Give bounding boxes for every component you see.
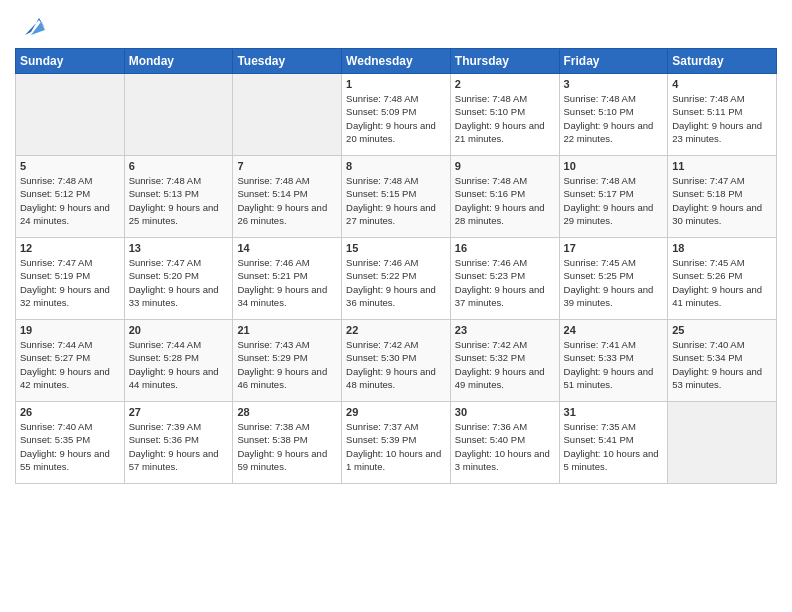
day-number: 21 [237,324,337,336]
page: SundayMondayTuesdayWednesdayThursdayFrid… [0,0,792,494]
day-number: 31 [564,406,664,418]
day-info: Sunrise: 7:37 AMSunset: 5:39 PMDaylight:… [346,420,446,473]
day-cell: 10Sunrise: 7:48 AMSunset: 5:17 PMDayligh… [559,156,668,238]
day-number: 20 [129,324,229,336]
day-number: 14 [237,242,337,254]
day-number: 30 [455,406,555,418]
day-info: Sunrise: 7:42 AMSunset: 5:30 PMDaylight:… [346,338,446,391]
day-info: Sunrise: 7:48 AMSunset: 5:10 PMDaylight:… [564,92,664,145]
day-info: Sunrise: 7:43 AMSunset: 5:29 PMDaylight:… [237,338,337,391]
day-number: 27 [129,406,229,418]
day-number: 22 [346,324,446,336]
week-row: 1Sunrise: 7:48 AMSunset: 5:09 PMDaylight… [16,74,777,156]
day-cell: 6Sunrise: 7:48 AMSunset: 5:13 PMDaylight… [124,156,233,238]
header-cell: Thursday [450,49,559,74]
day-info: Sunrise: 7:42 AMSunset: 5:32 PMDaylight:… [455,338,555,391]
day-cell: 2Sunrise: 7:48 AMSunset: 5:10 PMDaylight… [450,74,559,156]
day-number: 2 [455,78,555,90]
day-cell: 8Sunrise: 7:48 AMSunset: 5:15 PMDaylight… [342,156,451,238]
day-info: Sunrise: 7:48 AMSunset: 5:13 PMDaylight:… [129,174,229,227]
day-info: Sunrise: 7:45 AMSunset: 5:25 PMDaylight:… [564,256,664,309]
day-number: 9 [455,160,555,172]
day-info: Sunrise: 7:44 AMSunset: 5:28 PMDaylight:… [129,338,229,391]
day-number: 23 [455,324,555,336]
day-info: Sunrise: 7:40 AMSunset: 5:35 PMDaylight:… [20,420,120,473]
week-row: 19Sunrise: 7:44 AMSunset: 5:27 PMDayligh… [16,320,777,402]
day-number: 3 [564,78,664,90]
day-number: 17 [564,242,664,254]
day-number: 7 [237,160,337,172]
day-cell: 7Sunrise: 7:48 AMSunset: 5:14 PMDaylight… [233,156,342,238]
day-cell: 27Sunrise: 7:39 AMSunset: 5:36 PMDayligh… [124,402,233,484]
header-row: SundayMondayTuesdayWednesdayThursdayFrid… [16,49,777,74]
day-info: Sunrise: 7:47 AMSunset: 5:18 PMDaylight:… [672,174,772,227]
day-number: 19 [20,324,120,336]
day-info: Sunrise: 7:48 AMSunset: 5:10 PMDaylight:… [455,92,555,145]
day-cell: 26Sunrise: 7:40 AMSunset: 5:35 PMDayligh… [16,402,125,484]
day-info: Sunrise: 7:46 AMSunset: 5:21 PMDaylight:… [237,256,337,309]
day-cell: 16Sunrise: 7:46 AMSunset: 5:23 PMDayligh… [450,238,559,320]
calendar-table: SundayMondayTuesdayWednesdayThursdayFrid… [15,48,777,484]
day-info: Sunrise: 7:48 AMSunset: 5:09 PMDaylight:… [346,92,446,145]
day-info: Sunrise: 7:38 AMSunset: 5:38 PMDaylight:… [237,420,337,473]
header-cell: Tuesday [233,49,342,74]
day-number: 29 [346,406,446,418]
day-cell [233,74,342,156]
day-number: 18 [672,242,772,254]
day-info: Sunrise: 7:48 AMSunset: 5:12 PMDaylight:… [20,174,120,227]
day-number: 8 [346,160,446,172]
day-info: Sunrise: 7:44 AMSunset: 5:27 PMDaylight:… [20,338,120,391]
day-info: Sunrise: 7:48 AMSunset: 5:16 PMDaylight:… [455,174,555,227]
day-cell: 11Sunrise: 7:47 AMSunset: 5:18 PMDayligh… [668,156,777,238]
day-number: 26 [20,406,120,418]
header-cell: Monday [124,49,233,74]
svg-marker-1 [31,22,45,35]
logo-icon [17,10,47,40]
day-info: Sunrise: 7:46 AMSunset: 5:22 PMDaylight:… [346,256,446,309]
day-number: 10 [564,160,664,172]
logo [15,10,47,40]
day-number: 1 [346,78,446,90]
day-number: 12 [20,242,120,254]
header-cell: Wednesday [342,49,451,74]
day-info: Sunrise: 7:48 AMSunset: 5:11 PMDaylight:… [672,92,772,145]
day-cell: 9Sunrise: 7:48 AMSunset: 5:16 PMDaylight… [450,156,559,238]
header [15,10,777,40]
day-number: 13 [129,242,229,254]
header-cell: Friday [559,49,668,74]
day-info: Sunrise: 7:35 AMSunset: 5:41 PMDaylight:… [564,420,664,473]
day-cell: 15Sunrise: 7:46 AMSunset: 5:22 PMDayligh… [342,238,451,320]
day-info: Sunrise: 7:40 AMSunset: 5:34 PMDaylight:… [672,338,772,391]
day-cell: 31Sunrise: 7:35 AMSunset: 5:41 PMDayligh… [559,402,668,484]
day-cell: 4Sunrise: 7:48 AMSunset: 5:11 PMDaylight… [668,74,777,156]
day-number: 25 [672,324,772,336]
day-cell: 25Sunrise: 7:40 AMSunset: 5:34 PMDayligh… [668,320,777,402]
day-info: Sunrise: 7:48 AMSunset: 5:14 PMDaylight:… [237,174,337,227]
day-cell: 29Sunrise: 7:37 AMSunset: 5:39 PMDayligh… [342,402,451,484]
day-number: 4 [672,78,772,90]
day-number: 11 [672,160,772,172]
day-info: Sunrise: 7:47 AMSunset: 5:20 PMDaylight:… [129,256,229,309]
day-number: 6 [129,160,229,172]
day-cell: 22Sunrise: 7:42 AMSunset: 5:30 PMDayligh… [342,320,451,402]
header-cell: Saturday [668,49,777,74]
day-number: 16 [455,242,555,254]
day-cell: 5Sunrise: 7:48 AMSunset: 5:12 PMDaylight… [16,156,125,238]
day-cell: 28Sunrise: 7:38 AMSunset: 5:38 PMDayligh… [233,402,342,484]
day-number: 28 [237,406,337,418]
day-cell: 3Sunrise: 7:48 AMSunset: 5:10 PMDaylight… [559,74,668,156]
day-cell: 1Sunrise: 7:48 AMSunset: 5:09 PMDaylight… [342,74,451,156]
day-info: Sunrise: 7:39 AMSunset: 5:36 PMDaylight:… [129,420,229,473]
day-cell: 21Sunrise: 7:43 AMSunset: 5:29 PMDayligh… [233,320,342,402]
week-row: 5Sunrise: 7:48 AMSunset: 5:12 PMDaylight… [16,156,777,238]
day-cell: 12Sunrise: 7:47 AMSunset: 5:19 PMDayligh… [16,238,125,320]
day-cell [124,74,233,156]
day-info: Sunrise: 7:48 AMSunset: 5:15 PMDaylight:… [346,174,446,227]
day-cell: 30Sunrise: 7:36 AMSunset: 5:40 PMDayligh… [450,402,559,484]
day-cell [16,74,125,156]
day-number: 5 [20,160,120,172]
day-info: Sunrise: 7:45 AMSunset: 5:26 PMDaylight:… [672,256,772,309]
day-info: Sunrise: 7:41 AMSunset: 5:33 PMDaylight:… [564,338,664,391]
day-info: Sunrise: 7:46 AMSunset: 5:23 PMDaylight:… [455,256,555,309]
day-cell: 23Sunrise: 7:42 AMSunset: 5:32 PMDayligh… [450,320,559,402]
